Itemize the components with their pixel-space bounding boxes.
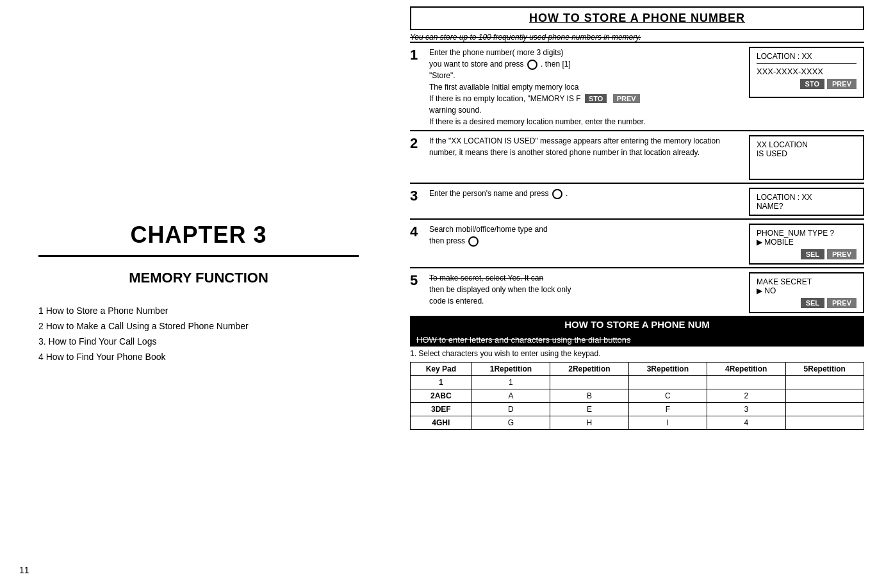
step-5-phone-display: MAKE SECRET ▶ NO SEL PREV: [749, 272, 864, 313]
chapter-divider: [38, 255, 359, 257]
step-5-display-line1: MAKE SECRET: [757, 277, 857, 286]
sto-button[interactable]: STO: [800, 79, 824, 89]
row-3-rep3: I: [628, 416, 707, 430]
step-4-phone-display: PHONE_NUM TYPE ? ▶ MOBILE SEL PREV: [749, 224, 864, 265]
store-button-icon: [527, 60, 537, 70]
step-4-display: PHONE_NUM TYPE ? ▶ MOBILE SEL PREV: [749, 224, 864, 265]
step-4-content: Search mobil/office/home type and then p…: [429, 224, 742, 265]
keypad-table: Key Pad 1Repetition 2Repetition 3Repetit…: [410, 362, 864, 430]
step-1-content: Enter the phone number( more 3 digits) y…: [429, 47, 742, 127]
col-header-4rep: 4Repetition: [707, 363, 785, 376]
table-header-row: Key Pad 1Repetition 2Repetition 3Repetit…: [411, 363, 864, 376]
step-2-content: If the "XX LOCATION IS USED" message app…: [429, 135, 742, 180]
step-1-text-line5: The first available Initial empty memory…: [429, 81, 742, 93]
toc-item-4: 4 How to Find Your Phone Book: [38, 352, 359, 362]
step-2-display: XX LOCATION IS USED: [749, 135, 864, 180]
step-1-number: 1: [410, 47, 429, 127]
row-0-keypad: 1: [411, 376, 472, 389]
step-1-text-line2-text: you want to store and press: [429, 60, 523, 69]
section-title: MEMORY FUNCTION: [129, 270, 268, 286]
step-3-number: 3: [410, 188, 429, 216]
prev-button-5[interactable]: PREV: [827, 298, 857, 308]
col-header-keypad: Key Pad: [411, 363, 472, 376]
toc-list: 1 How to Store a Phone Number 2 How to M…: [38, 306, 359, 367]
step-1-text-line1: Enter the phone number( more 3 digits): [429, 47, 742, 58]
step-4-display-buttons: SEL PREV: [757, 249, 857, 259]
row-2-keypad: 3DEF: [411, 403, 472, 416]
row-2-rep1: D: [471, 403, 550, 416]
step-4-text-line1: Search mobil/office/home type and: [429, 224, 742, 235]
step-3-button-icon: [552, 189, 562, 199]
left-panel: CHAPTER 3 MEMORY FUNCTION 1 How to Store…: [0, 0, 397, 588]
step-3-period: .: [566, 189, 568, 198]
col-header-1rep: 1Repetition: [471, 363, 550, 376]
chapter-title: CHAPTER 3: [130, 222, 266, 249]
step-1-text-line6: If there is no empty location, "MEMORY I…: [429, 93, 742, 104]
row-2-rep4: 3: [707, 403, 785, 416]
step-2-phone-display: XX LOCATION IS USED: [749, 135, 864, 180]
step-5-text-strikethrough: To make secret, select Yes. It can: [429, 272, 742, 284]
select-chars-text: 1. Select characters you wish to enter u…: [410, 349, 864, 358]
step-4-button-icon: [468, 236, 479, 247]
bottom-bar-1-text: HOW TO STORE A PHONE NUM: [564, 319, 710, 330]
step-2-text: If the "XX LOCATION IS USED" message app…: [429, 135, 742, 158]
step-1-section: 1 Enter the phone number( more 3 digits)…: [410, 42, 864, 127]
prev-button-4[interactable]: PREV: [827, 249, 857, 259]
subtitle: You can store up to 100 frequently used …: [410, 33, 864, 42]
row-1-rep5: [785, 389, 864, 403]
row-1-keypad: 2ABC: [411, 389, 472, 403]
main-header-title: HOW TO STORE A PHONE NUMBER: [418, 12, 857, 25]
step-3-text-container: Enter the person's name and press .: [429, 188, 742, 199]
row-0-rep4: [707, 376, 785, 389]
step-5-content: To make secret, select Yes. It can then …: [429, 272, 742, 313]
step-3-section: 3 Enter the person's name and press . LO…: [410, 183, 864, 216]
step-5-text-line2: then be displayed only when the lock onl…: [429, 284, 742, 295]
bottom-bar-2-text: HOW to enter letters and characters usin…: [416, 335, 631, 345]
step-1-phone-display: LOCATION : XX XXX-XXXX-XXXX STO PREV: [749, 47, 864, 98]
step-4-display-line2: ▶ MOBILE: [757, 238, 857, 247]
step-3-display-line1: LOCATION : XX: [757, 193, 857, 202]
toc-item-2: 2 How to Make a Call Using a Stored Phon…: [38, 321, 359, 331]
row-1-rep3: C: [628, 389, 707, 403]
prev-button-1[interactable]: PREV: [827, 79, 857, 89]
step-5-section: 5 To make secret, select Yes. It can the…: [410, 267, 864, 313]
main-header-box: HOW TO STORE A PHONE NUMBER: [410, 6, 864, 30]
step-4-text-line2: then press: [429, 236, 465, 245]
bottom-bar-2: HOW to enter letters and characters usin…: [410, 333, 864, 347]
step-3-content: Enter the person's name and press .: [429, 188, 742, 216]
step-5-display-buttons: SEL PREV: [757, 298, 857, 308]
step-1-text-line3: . then [1]: [541, 60, 571, 69]
row-1-rep4: 2: [707, 389, 785, 403]
row-0-rep5: [785, 376, 864, 389]
row-3-rep2: H: [550, 416, 628, 430]
step-2-display-line1: XX LOCATION: [757, 140, 857, 149]
step-5-number: 5: [410, 272, 429, 313]
sel-button-4[interactable]: SEL: [801, 249, 824, 259]
toc-item-3: 3. How to Find Your Call Logs: [38, 336, 359, 347]
row-0-rep3: [628, 376, 707, 389]
step-1-display-buttons: STO PREV: [757, 79, 857, 89]
step-4-display-line1: PHONE_NUM TYPE ?: [757, 229, 857, 238]
sel-button-5[interactable]: SEL: [801, 298, 824, 308]
step-3-text: Enter the person's name and press: [429, 189, 548, 198]
step-5-display: MAKE SECRET ▶ NO SEL PREV: [749, 272, 864, 313]
col-header-2rep: 2Repetition: [550, 363, 628, 376]
step-2-number: 2: [410, 135, 429, 180]
row-0-rep2: [550, 376, 628, 389]
step-4-section: 4 Search mobil/office/home type and then…: [410, 218, 864, 265]
row-0-rep1: 1: [471, 376, 550, 389]
col-header-5rep: 5Repetition: [785, 363, 864, 376]
col-header-3rep: 3Repetition: [628, 363, 707, 376]
table-row: 3DEF D E F 3: [411, 403, 864, 416]
table-row: 2ABC A B C 2: [411, 389, 864, 403]
row-3-rep1: G: [471, 416, 550, 430]
table-body: 1 1 2ABC A B C 2 3DEF D E F 3: [411, 376, 864, 430]
row-1-rep1: A: [471, 389, 550, 403]
step-2-display-line2: IS USED: [757, 149, 857, 158]
row-3-rep4: 4: [707, 416, 785, 430]
bottom-bar-1: HOW TO STORE A PHONE NUM: [410, 316, 864, 333]
table-row: 1 1: [411, 376, 864, 389]
right-panel: HOW TO STORE A PHONE NUMBER You can stor…: [397, 0, 877, 588]
step-3-display-line2: NAME?: [757, 202, 857, 211]
step-1-text-line2: you want to store and press . then [1]: [429, 58, 742, 70]
